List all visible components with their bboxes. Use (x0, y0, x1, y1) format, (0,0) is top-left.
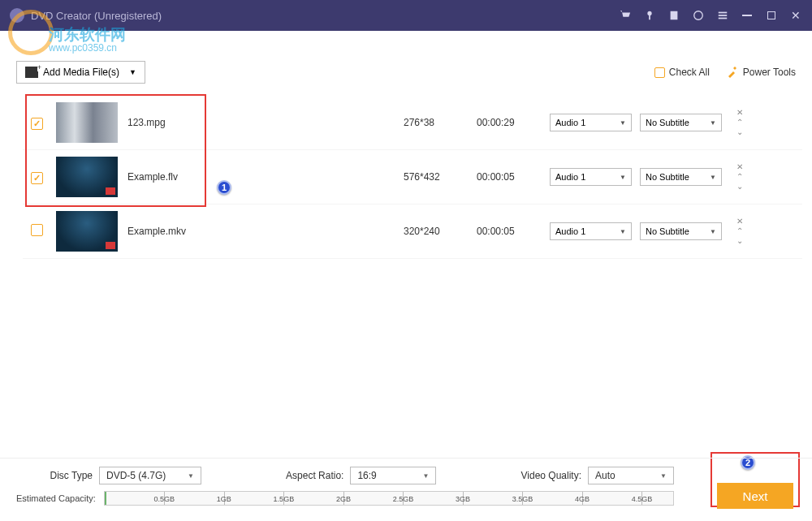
globe-icon[interactable] (692, 9, 705, 22)
remove-icon[interactable]: ✕ (736, 217, 743, 226)
svg-rect-6 (719, 18, 728, 19)
check-all-label: Check All (669, 67, 710, 78)
subtitle-select[interactable]: No Subtitle▼ (640, 168, 722, 186)
move-down-icon[interactable]: ⌄ (736, 237, 743, 245)
svg-rect-1 (649, 15, 650, 19)
resolution: 276*38 (404, 117, 477, 128)
thumbnail[interactable] (56, 102, 118, 143)
row-checkbox[interactable] (31, 224, 43, 239)
bottom-panel: Disc Type DVD-5 (4.7G)▼ Aspect Ratio: 16… (0, 458, 812, 521)
move-down-icon[interactable]: ⌄ (736, 183, 743, 191)
wrench-icon (726, 66, 739, 79)
annotation-badge-1: 1 (217, 180, 231, 195)
close-button[interactable]: ✕ (789, 9, 802, 22)
key-icon[interactable] (643, 9, 656, 22)
audio-select[interactable]: Audio 1▼ (550, 168, 632, 186)
titlebar: DVD Creator (Unregistered) ✕ (0, 0, 812, 31)
chevron-down-icon: ▼ (129, 68, 136, 76)
video-quality-select[interactable]: Auto▼ (588, 467, 674, 484)
capacity-bar: 0.5GB 1GB 1.5GB 2GB 2.5GB 3GB 3.5GB 4GB … (104, 491, 674, 506)
remove-icon[interactable]: ✕ (736, 163, 743, 171)
row-checkbox[interactable] (31, 115, 43, 130)
file-name: 123.mpg (127, 117, 404, 128)
list-item[interactable]: Example.mkv 320*240 00:00:05 Audio 1▼ No… (23, 205, 802, 259)
estimated-capacity-label: Estimated Capacity: (16, 493, 96, 503)
add-file-icon (25, 67, 38, 78)
titlebar-controls: ✕ (619, 9, 802, 22)
maximize-button[interactable] (765, 9, 778, 22)
move-up-icon[interactable]: ⌃ (736, 227, 743, 235)
file-icon[interactable] (667, 9, 680, 22)
power-tools-button[interactable]: Power Tools (726, 66, 796, 79)
next-button[interactable]: Next (717, 483, 793, 509)
audio-select[interactable]: Audio 1▼ (550, 114, 632, 131)
move-down-icon[interactable]: ⌄ (736, 128, 743, 136)
file-name: Example.flv (127, 171, 404, 183)
svg-rect-2 (671, 11, 678, 20)
svg-rect-4 (719, 12, 728, 14)
file-list: 123.mpg 276*38 00:00:29 Audio 1▼ No Subt… (0, 84, 812, 259)
file-name: Example.mkv (127, 226, 404, 237)
subtitle-select[interactable]: No Subtitle▼ (640, 222, 722, 240)
disc-type-select[interactable]: DVD-5 (4.7G)▼ (99, 467, 201, 484)
app-logo-icon (10, 8, 24, 23)
minimize-button[interactable] (741, 9, 754, 22)
resolution: 320*240 (404, 226, 477, 237)
watermark-text-2: www.pc0359.cn (49, 42, 117, 54)
duration: 00:00:05 (477, 171, 550, 183)
check-all-toggle[interactable]: Check All (654, 67, 710, 78)
cart-icon[interactable] (619, 9, 632, 22)
duration: 00:00:29 (477, 117, 550, 128)
check-all-checkbox[interactable] (654, 67, 665, 78)
row-checkbox[interactable] (31, 170, 43, 184)
capacity-fill (105, 492, 106, 505)
thumbnail[interactable] (56, 211, 118, 252)
list-item[interactable]: Example.flv 576*432 00:00:05 Audio 1▼ No… (23, 150, 802, 205)
toolbar: Add Media File(s) ▼ Check All Power Tool… (0, 55, 812, 84)
video-quality-label: Video Quality: (521, 470, 582, 481)
remove-icon[interactable]: ✕ (736, 109, 743, 117)
aspect-ratio-label: Aspect Ratio: (286, 470, 343, 481)
duration: 00:00:05 (477, 226, 550, 237)
menu-icon[interactable] (716, 9, 729, 22)
window-title: DVD Creator (Unregistered) (31, 10, 619, 22)
row-controls: ✕ ⌃ ⌄ (736, 217, 743, 245)
disc-type-label: Disc Type (16, 470, 93, 481)
add-media-label: Add Media File(s) (43, 67, 119, 78)
svg-point-3 (694, 11, 703, 20)
row-controls: ✕ ⌃ ⌄ (736, 163, 743, 191)
row-controls: ✕ ⌃ ⌄ (736, 109, 743, 136)
svg-rect-5 (719, 15, 728, 16)
aspect-ratio-select[interactable]: 16:9▼ (350, 467, 436, 484)
move-up-icon[interactable]: ⌃ (736, 118, 743, 127)
list-item[interactable]: 123.mpg 276*38 00:00:29 Audio 1▼ No Subt… (23, 96, 802, 150)
svg-point-0 (647, 11, 651, 15)
power-tools-label: Power Tools (743, 67, 796, 78)
audio-select[interactable]: Audio 1▼ (550, 222, 632, 240)
subtitle-select[interactable]: No Subtitle▼ (640, 114, 722, 131)
resolution: 576*432 (404, 171, 477, 183)
thumbnail[interactable] (56, 157, 118, 197)
add-media-button[interactable]: Add Media File(s) ▼ (16, 61, 145, 84)
move-up-icon[interactable]: ⌃ (736, 173, 743, 181)
